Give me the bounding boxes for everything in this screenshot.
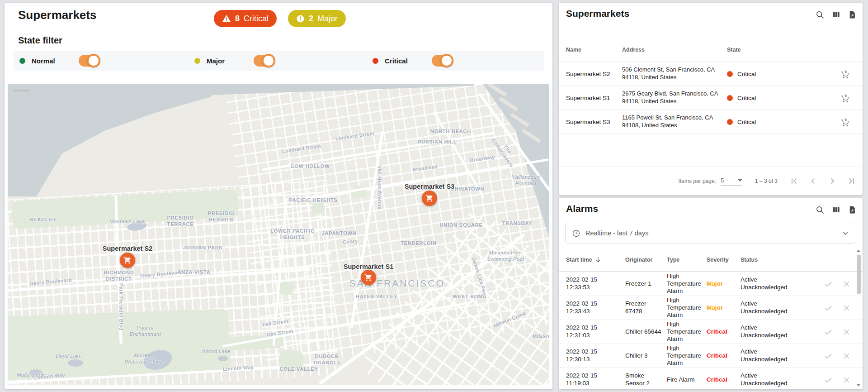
zoom-in-button[interactable]: +: [14, 91, 29, 91]
state-value: Critical: [737, 71, 756, 77]
column-header-address[interactable]: Address: [622, 47, 727, 53]
state-dot: [727, 119, 733, 125]
zoom-out-button[interactable]: −: [14, 91, 29, 91]
alarm-severity: Critical: [707, 376, 741, 384]
toggle-knob: [440, 54, 453, 67]
table-row[interactable]: Supermarket S3 1165 Powell St, San Franc…: [559, 110, 863, 134]
alarm-type: High Temperature Alarm: [667, 344, 707, 368]
alarm-severity: Major: [707, 280, 741, 288]
alarms-panel: Alarms Realtime - last 7 days Start time…: [559, 198, 863, 389]
next-page-icon[interactable]: [827, 176, 837, 186]
alarm-row[interactable]: 2022-02-15 12:31:03 Chiller 65644 High T…: [559, 320, 863, 344]
alarm-type: Fire Alarm: [667, 376, 707, 384]
toggle-knob: [87, 54, 100, 67]
alarm-originator: Freezer 67478: [625, 300, 667, 316]
last-page-icon[interactable]: [846, 176, 856, 186]
normal-filter-toggle[interactable]: [79, 55, 99, 67]
normal-filter-label: Normal: [32, 57, 71, 65]
column-header-type[interactable]: Type: [667, 257, 707, 263]
critical-filter-toggle[interactable]: [432, 55, 453, 67]
alarm-status: Active Unacknowledged: [741, 276, 794, 292]
map-attribution: Leaflet | © OpenStreetMap contributors ©…: [544, 383, 549, 385]
scroll-down-icon[interactable]: [857, 384, 860, 387]
table-row[interactable]: Supermarket S2 506 Clement St, San Franc…: [559, 62, 863, 86]
column-header-originator[interactable]: Originator: [625, 257, 667, 263]
alarm-row[interactable]: 2022-02-15 12:30:13 Chiller 3 High Tempe…: [559, 344, 863, 368]
alarm-start-time: 2022-02-15 11:19:03: [566, 372, 625, 387]
acknowledge-icon[interactable]: [824, 279, 833, 288]
critical-label: Critical: [244, 14, 269, 24]
table-row[interactable]: Supermarket S1 2675 Geary Blvd, San Fran…: [559, 86, 863, 110]
first-page-icon[interactable]: [789, 176, 799, 186]
column-header-severity[interactable]: Severity: [707, 257, 741, 263]
acknowledge-icon[interactable]: [824, 327, 833, 336]
acknowledge-icon[interactable]: [824, 375, 833, 384]
clear-alarm-icon[interactable]: [842, 375, 851, 384]
alarm-start-time: 2022-02-15 12:33:43: [566, 300, 625, 316]
column-header-start-time[interactable]: Start time: [566, 257, 592, 263]
toggle-knob: [262, 54, 275, 67]
search-icon[interactable]: [816, 10, 825, 19]
alarm-originator: Chiller 65644: [625, 328, 667, 336]
cart-action-icon[interactable]: [840, 93, 849, 102]
columns-icon[interactable]: [831, 10, 840, 19]
alarm-severity: Critical: [707, 352, 741, 360]
cart-action-icon[interactable]: [840, 117, 849, 126]
alarm-type: High Temperature Alarm: [667, 320, 707, 344]
column-header-state[interactable]: State: [727, 47, 824, 53]
map-marker-supermarket-s2[interactable]: [120, 253, 135, 268]
previous-page-icon[interactable]: [808, 176, 818, 186]
search-icon[interactable]: [816, 206, 825, 215]
alarm-row[interactable]: 2022-02-15 12:33:43 Freezer 67478 High T…: [559, 296, 863, 320]
page-range-label: 1 – 3 of 3: [755, 178, 778, 184]
scrollbar-thumb[interactable]: [857, 255, 861, 294]
export-icon[interactable]: [847, 206, 856, 215]
map-lake: [29, 369, 42, 376]
filter-group-critical: Critical: [373, 51, 453, 71]
alarm-start-time: 2022-02-15 12:30:13: [566, 348, 625, 363]
items-per-page-select[interactable]: 5: [721, 177, 742, 186]
scroll-up-icon[interactable]: [857, 249, 860, 252]
supermarkets-table-panel: Supermarkets Name Address State Supermar…: [559, 3, 863, 195]
time-window-select[interactable]: Realtime - last 7 days: [565, 223, 856, 244]
map-marker-supermarket-s1[interactable]: [361, 270, 376, 285]
supermarkets-map-panel: Supermarkets 8 Critical 2 Major State fi…: [5, 3, 552, 389]
alarms-scrollbar[interactable]: [856, 249, 862, 387]
shopping-cart-icon: [364, 273, 373, 282]
alarm-row[interactable]: 2022-02-15 11:19:03 Smoke Sensor 2 Fire …: [559, 368, 863, 392]
major-count-badge[interactable]: 2 Major: [288, 10, 346, 27]
clear-alarm-icon[interactable]: [842, 351, 851, 360]
alarm-status: Active Unacknowledged: [741, 348, 794, 363]
map-lake: [218, 356, 228, 361]
sort-descending-icon[interactable]: [595, 257, 601, 263]
alarm-start-time: 2022-02-15 12:31:03: [566, 324, 625, 339]
alarm-status: Active Unacknowledged: [741, 324, 794, 339]
supermarket-address: 1165 Powell St, San Francisco, CA 94108,…: [622, 114, 727, 129]
cart-action-icon[interactable]: [840, 69, 849, 78]
clear-alarm-icon[interactable]: [842, 279, 851, 288]
time-window-label: Realtime - last 7 days: [585, 229, 648, 237]
alarm-originator: Freezer 1: [625, 280, 667, 288]
clear-alarm-icon[interactable]: [842, 327, 851, 336]
major-state-dot: [194, 58, 200, 64]
map[interactable]: Supermarket S3 Supermarket S2 Supermarke…: [8, 84, 549, 385]
map-zoom-control: + −: [13, 90, 30, 91]
export-icon[interactable]: [847, 10, 856, 19]
columns-icon[interactable]: [831, 206, 840, 215]
map-lake: [68, 359, 83, 367]
alarm-row[interactable]: 2022-02-15 12:33:53 Freezer 1 High Tempe…: [559, 272, 863, 296]
critical-count: 8: [235, 14, 240, 24]
critical-count-badge[interactable]: 8 Critical: [214, 10, 277, 27]
column-header-status[interactable]: Status: [741, 257, 794, 263]
column-header-name[interactable]: Name: [566, 47, 622, 53]
paginator: Items per page: 5 1 – 3 of 3: [559, 167, 863, 195]
major-filter-toggle[interactable]: [254, 55, 274, 67]
acknowledge-icon[interactable]: [824, 303, 833, 312]
map-marker-supermarket-s3[interactable]: [422, 191, 437, 206]
clear-alarm-icon[interactable]: [842, 303, 851, 312]
carto-link[interactable]: CARTO: [547, 384, 549, 385]
alarm-severity: Critical: [707, 328, 741, 336]
items-per-page-value: 5: [721, 177, 724, 184]
acknowledge-icon[interactable]: [824, 351, 833, 360]
state-filter-title: State filter: [18, 35, 62, 46]
